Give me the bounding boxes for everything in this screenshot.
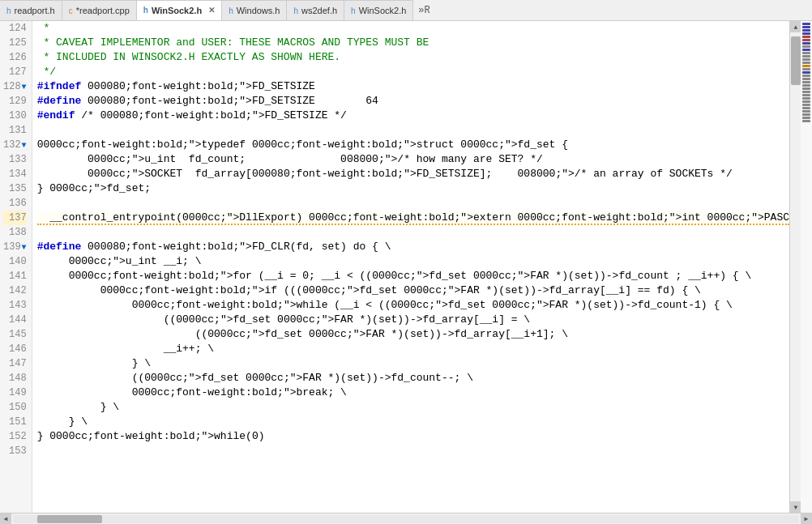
vertical-scrollbar[interactable]: ▲ ▼	[789, 21, 801, 513]
code-line: } \	[37, 400, 789, 415]
line-number: 136	[3, 196, 27, 211]
code-line: 0000cc;font-weight:bold;">while (__i < (…	[37, 298, 789, 313]
code-content[interactable]: * * CAVEAT IMPLEMENTOR and USER: THESE M…	[32, 21, 789, 513]
line-number: 135	[3, 181, 27, 196]
line-number: 145	[3, 327, 27, 342]
minimap-line	[802, 36, 810, 38]
code-line: #define 000080;font-weight:bold;">FD_CLR…	[37, 240, 789, 254]
minimap-line	[802, 97, 810, 100]
minimap-line	[802, 110, 810, 113]
line-number: 138	[3, 225, 27, 240]
tab-label: readport.h	[15, 6, 55, 15]
tab-winsock2-h[interactable]: h WinSock2.h ✕	[137, 0, 222, 21]
minimap-line	[802, 117, 810, 119]
tab-label: *readport.cpp	[76, 6, 130, 15]
tab-icon: h	[143, 6, 148, 15]
minimap-line	[802, 55, 810, 58]
scroll-down-arrow[interactable]: ▼	[790, 501, 801, 513]
minimap-line	[802, 84, 810, 87]
line-number: 152	[3, 429, 27, 444]
line-number: 148	[3, 371, 27, 386]
editor-window: h readport.h c *readport.cpp h WinSock2.…	[0, 0, 812, 524]
line-number: 130	[3, 109, 27, 123]
minimap-line	[802, 39, 810, 41]
tab-icon: h	[229, 6, 233, 15]
line-number: 137	[3, 211, 27, 225]
code-line: 0000cc;">SOCKET fd_array[000080;font-wei…	[37, 167, 789, 181]
minimap-line	[802, 26, 810, 28]
code-line: * INCLUDED IN WINSOCK2.H EXACTLY AS SHOW…	[37, 50, 789, 65]
tab-readport-h[interactable]: h readport.h	[0, 0, 62, 21]
code-line: 0000cc;">u_int fd_count; 008000;">/* how…	[37, 152, 789, 167]
line-numbers: 124125126127128▼129130131132▼13313413513…	[0, 21, 32, 513]
code-line	[37, 444, 789, 458]
line-number: 149	[3, 386, 27, 400]
tab-overflow[interactable]: »R	[413, 5, 434, 16]
tab-ws2def-h[interactable]: h ws2def.h	[287, 0, 344, 21]
minimap-line	[802, 45, 810, 48]
code-line: *	[37, 21, 789, 36]
minimap-line	[802, 42, 810, 45]
minimap-line	[802, 71, 810, 74]
line-number: 140	[3, 254, 27, 269]
minimap-line	[802, 91, 810, 93]
tab-label: WinSock2.h	[359, 6, 407, 15]
code-line: ((0000cc;">fd_set 0000cc;">FAR *)(set))-…	[37, 371, 789, 386]
h-scroll-thumb[interactable]	[37, 515, 102, 523]
horizontal-scrollbar[interactable]: ◀ ▶	[0, 513, 812, 524]
code-line: 0000cc;font-weight:bold;">typedef 0000cc…	[37, 138, 789, 152]
minimap-line	[802, 78, 810, 80]
tab-icon: h	[351, 6, 356, 15]
line-number: 144	[3, 313, 27, 327]
code-line: ((0000cc;">fd_set 0000cc;">FAR *)(set))-…	[37, 327, 789, 342]
line-number: 125	[3, 36, 27, 50]
tab-icon: h	[293, 6, 298, 15]
scroll-left-arrow[interactable]: ◀	[0, 513, 11, 525]
minimap-line	[802, 107, 810, 109]
minimap-line	[802, 49, 810, 51]
code-line: __control_entrypoint(0000cc;">DllExport)…	[37, 211, 789, 225]
tab-label: Windows.h	[237, 6, 280, 15]
code-line: #ifndef 000080;font-weight:bold;">FD_SET…	[37, 79, 789, 94]
tab-icon: c	[69, 6, 73, 15]
h-scroll-track[interactable]	[13, 515, 799, 523]
minimap-line	[802, 104, 810, 106]
editor-body: 124125126127128▼129130131132▼13313413513…	[0, 21, 812, 513]
line-number: 143	[3, 298, 27, 313]
minimap-line	[802, 120, 810, 122]
minimap-line	[802, 29, 810, 32]
minimap-line	[802, 81, 810, 83]
line-number: 151	[3, 415, 27, 429]
line-number: 127	[3, 65, 27, 79]
minimap-line	[802, 32, 810, 35]
code-line: ((0000cc;">fd_set 0000cc;">FAR *)(set))-…	[37, 313, 789, 327]
scroll-right-arrow[interactable]: ▶	[801, 513, 812, 525]
line-number: 142	[3, 283, 27, 298]
code-line: #endif /* 000080;font-weight:bold;">FD_S…	[37, 109, 789, 123]
line-number: 147	[3, 356, 27, 371]
tab-windows-h[interactable]: h Windows.h	[222, 0, 287, 21]
scroll-track[interactable]	[790, 32, 801, 501]
scroll-thumb[interactable]	[791, 36, 801, 85]
tab-readport-cpp[interactable]: c *readport.cpp	[62, 0, 137, 21]
tab-close-button[interactable]: ✕	[208, 6, 215, 15]
line-number: 132▼	[3, 138, 27, 152]
minimap-line	[802, 75, 810, 77]
code-line: } 0000cc;font-weight:bold;">while(0)	[37, 429, 789, 444]
right-panel: ▲ ▼	[789, 21, 812, 513]
code-line	[37, 123, 789, 138]
tab-bar: h readport.h c *readport.cpp h WinSock2.…	[0, 0, 812, 21]
code-line	[37, 225, 789, 240]
line-number: 133	[3, 152, 27, 167]
tab-icon: h	[6, 6, 11, 15]
minimap	[801, 21, 812, 513]
minimap-line	[802, 113, 810, 116]
code-line: * CAVEAT IMPLEMENTOR and USER: THESE MAC…	[37, 36, 789, 50]
code-line: 0000cc;font-weight:bold;">if (((0000cc;"…	[37, 283, 789, 298]
scroll-up-arrow[interactable]: ▲	[790, 21, 801, 32]
minimap-line	[802, 23, 810, 25]
tab-winsock2-h-2[interactable]: h WinSock2.h	[344, 0, 413, 21]
line-number: 141	[3, 269, 27, 283]
code-line	[37, 196, 789, 211]
code-line: 0000cc;font-weight:bold;">for (__i = 0; …	[37, 269, 789, 283]
